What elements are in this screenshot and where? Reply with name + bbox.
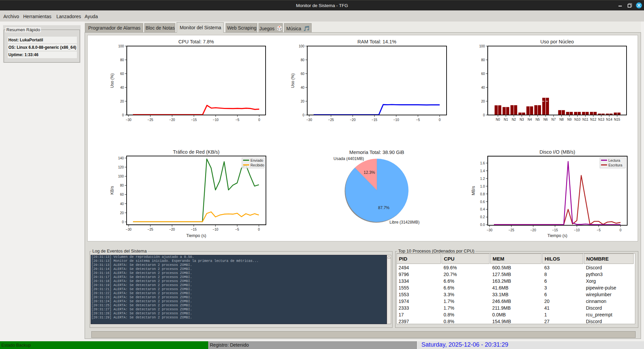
- svg-text:N13: N13: [598, 118, 605, 121]
- svg-text:80: 80: [120, 184, 124, 187]
- svg-text:−25: −25: [147, 118, 153, 122]
- svg-text:0: 0: [439, 118, 441, 122]
- svg-text:Uso (%): Uso (%): [110, 73, 114, 88]
- svg-text:−20: −20: [531, 228, 536, 232]
- svg-text:1.0: 1.0: [480, 185, 485, 188]
- svg-text:0.8: 0.8: [480, 192, 485, 196]
- svg-text:N5: N5: [536, 118, 540, 121]
- svg-text:0.4: 0.4: [480, 207, 485, 211]
- svg-text:−5: −5: [235, 228, 239, 231]
- svg-text:−30: −30: [126, 118, 131, 122]
- svg-text:Tráfico de Red (KB/s): Tráfico de Red (KB/s): [173, 149, 220, 155]
- svg-text:−25: −25: [328, 118, 334, 122]
- svg-text:0: 0: [258, 228, 260, 231]
- svg-text:20: 20: [481, 100, 485, 103]
- svg-text:0: 0: [122, 220, 124, 224]
- svg-text:−15: −15: [191, 118, 197, 122]
- svg-text:1.4: 1.4: [480, 169, 485, 173]
- svg-text:0.6: 0.6: [480, 200, 485, 204]
- svg-text:100: 100: [118, 44, 124, 48]
- svg-text:Uso por Núcleo: Uso por Núcleo: [540, 39, 574, 44]
- svg-text:0: 0: [258, 118, 260, 122]
- svg-text:1.2: 1.2: [480, 177, 485, 181]
- svg-text:40: 40: [120, 86, 124, 89]
- svg-text:N12: N12: [590, 118, 597, 121]
- svg-text:−5: −5: [235, 118, 239, 122]
- svg-text:−20: −20: [350, 118, 356, 122]
- svg-text:0: 0: [303, 113, 305, 117]
- svg-text:−30: −30: [487, 228, 493, 232]
- svg-text:−10: −10: [394, 118, 399, 122]
- svg-text:Escritura: Escritura: [608, 163, 623, 167]
- svg-text:60: 60: [120, 193, 124, 196]
- svg-text:KB/s: KB/s: [110, 186, 114, 194]
- svg-text:N10: N10: [574, 118, 581, 121]
- svg-text:0.0: 0.0: [480, 223, 485, 227]
- svg-text:1.6: 1.6: [480, 161, 485, 165]
- svg-text:−10: −10: [213, 118, 219, 122]
- svg-text:Usada (4401MB): Usada (4401MB): [333, 156, 364, 161]
- svg-text:−20: −20: [169, 228, 175, 231]
- svg-text:N0: N0: [496, 118, 500, 121]
- svg-text:N3: N3: [520, 118, 524, 121]
- svg-text:20: 20: [120, 100, 124, 103]
- svg-text:RAM Total: 14.1%: RAM Total: 14.1%: [358, 39, 397, 44]
- svg-text:0.2: 0.2: [480, 215, 485, 219]
- svg-text:CPU Total: 7.8%: CPU Total: 7.8%: [178, 39, 214, 44]
- svg-text:0: 0: [122, 113, 124, 117]
- svg-text:Enviado: Enviado: [250, 158, 263, 162]
- svg-text:12.3%: 12.3%: [364, 170, 375, 175]
- svg-text:N4: N4: [527, 118, 532, 121]
- svg-text:−15: −15: [372, 118, 377, 122]
- svg-text:20: 20: [120, 211, 124, 215]
- svg-text:40: 40: [481, 86, 485, 89]
- svg-text:−5: −5: [597, 228, 601, 232]
- svg-text:−30: −30: [307, 118, 312, 122]
- svg-text:60: 60: [481, 72, 485, 76]
- svg-text:−20: −20: [169, 118, 175, 122]
- svg-text:80: 80: [481, 58, 485, 62]
- svg-text:Libre (31428MB): Libre (31428MB): [389, 220, 419, 225]
- svg-text:−25: −25: [147, 228, 153, 231]
- svg-text:Tiempo (s): Tiempo (s): [186, 233, 206, 238]
- svg-text:100: 100: [118, 174, 124, 178]
- svg-text:100: 100: [299, 44, 305, 48]
- svg-text:N11: N11: [583, 118, 589, 121]
- svg-text:Disco I/O (MB/s): Disco I/O (MB/s): [540, 149, 575, 155]
- svg-text:N7: N7: [551, 118, 556, 121]
- svg-text:N6: N6: [544, 118, 548, 121]
- svg-text:N14: N14: [606, 118, 612, 121]
- svg-text:80: 80: [120, 58, 124, 62]
- svg-text:Tiempo (s): Tiempo (s): [547, 233, 567, 238]
- svg-text:−5: −5: [416, 118, 420, 122]
- svg-text:87.7%: 87.7%: [378, 205, 389, 210]
- svg-text:Recibido: Recibido: [250, 163, 264, 167]
- svg-text:120: 120: [118, 165, 124, 169]
- svg-text:Memoria Total: 38.90 GiB: Memoria Total: 38.90 GiB: [349, 150, 404, 155]
- svg-text:−25: −25: [509, 228, 514, 232]
- svg-text:N9: N9: [567, 118, 572, 121]
- svg-text:20: 20: [301, 100, 305, 103]
- svg-text:Lectura: Lectura: [608, 158, 620, 162]
- svg-text:−10: −10: [213, 228, 218, 231]
- svg-text:−15: −15: [191, 228, 197, 231]
- svg-text:N8: N8: [559, 118, 564, 121]
- svg-text:80: 80: [301, 58, 305, 62]
- svg-text:100: 100: [479, 44, 485, 48]
- svg-text:0: 0: [619, 228, 622, 232]
- svg-text:140: 140: [118, 156, 124, 160]
- svg-text:0: 0: [483, 113, 485, 117]
- svg-text:N1: N1: [504, 118, 508, 121]
- svg-text:60: 60: [120, 72, 124, 76]
- svg-text:N2: N2: [512, 118, 516, 121]
- svg-text:60: 60: [301, 72, 305, 76]
- svg-text:40: 40: [301, 86, 305, 89]
- svg-text:−10: −10: [574, 228, 580, 232]
- svg-text:40: 40: [120, 202, 124, 206]
- svg-text:−15: −15: [552, 228, 558, 232]
- svg-text:N15: N15: [614, 118, 620, 121]
- svg-text:−30: −30: [126, 228, 132, 231]
- svg-text:MB/s: MB/s: [471, 186, 476, 195]
- svg-text:Uso (%): Uso (%): [290, 73, 295, 88]
